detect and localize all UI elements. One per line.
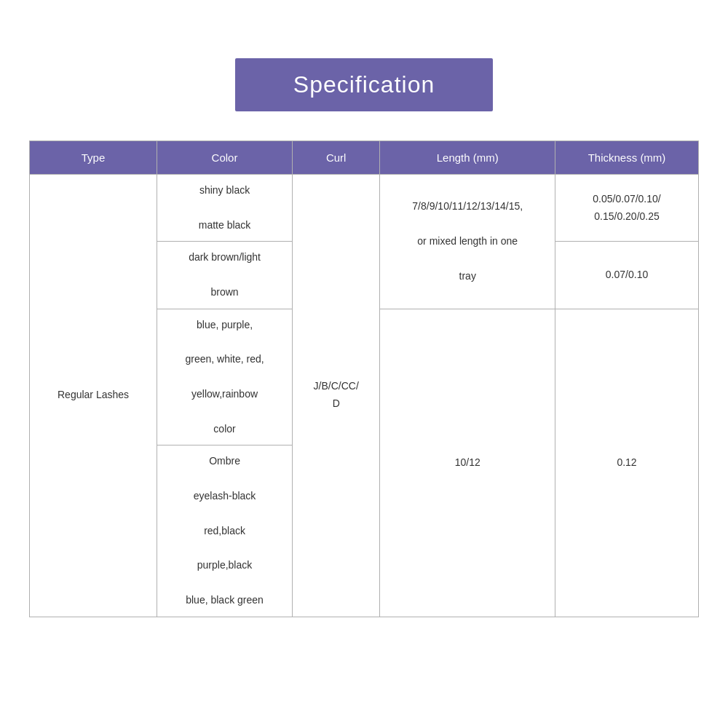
color-cell-4: Ombreeyelash-blackred,blackpurple,blackb…	[157, 445, 293, 617]
header-type: Type	[30, 141, 157, 175]
specification-table: Type Color Curl Length (mm) Thickness (m…	[29, 140, 699, 617]
color-cell-3: blue, purple,green, white, red,yellow,ra…	[157, 309, 293, 445]
curl-cell: J/B/C/CC/D	[293, 175, 380, 617]
header-length: Length (mm)	[380, 141, 555, 175]
header-color: Color	[157, 141, 293, 175]
page-title: Specification	[235, 58, 493, 111]
header-curl: Curl	[293, 141, 380, 175]
color-cell-1: shiny blackmatte black	[157, 175, 293, 242]
length-cell-1: 7/8/9/10/11/12/13/14/15,or mixed length …	[380, 175, 555, 309]
table-row: Regular Lashes shiny blackmatte black J/…	[30, 175, 699, 242]
thickness-cell-1: 0.05/0.07/0.10/0.15/0.20/0.25	[555, 175, 699, 242]
length-cell-2: 10/12	[380, 309, 555, 617]
type-cell: Regular Lashes	[30, 175, 157, 617]
header-thickness: Thickness (mm)	[555, 141, 699, 175]
thickness-cell-3: 0.12	[555, 309, 699, 617]
color-cell-2: dark brown/lightbrown	[157, 242, 293, 309]
thickness-cell-2: 0.07/0.10	[555, 242, 699, 309]
